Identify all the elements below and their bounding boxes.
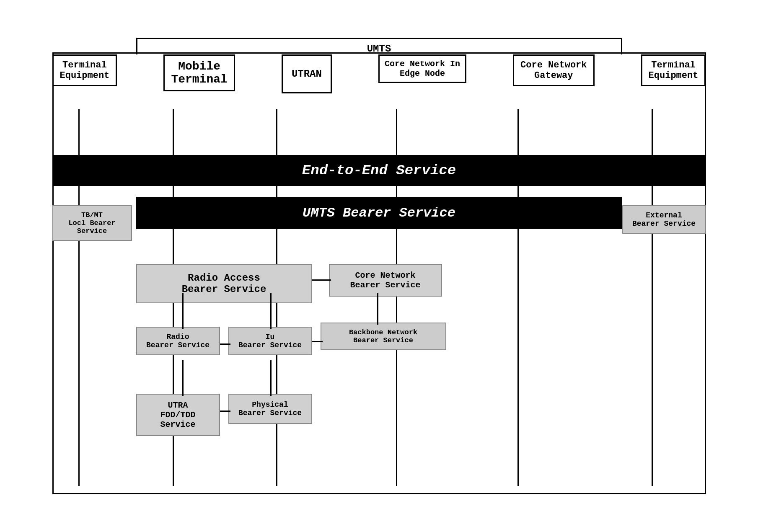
cn-gateway-box: Core NetworkGateway (513, 54, 594, 86)
phys-box: PhysicalBearer Service (228, 394, 312, 424)
top-nodes-row: TerminalEquipment MobileTerminal UTRAN C… (44, 54, 714, 93)
iu-box: IuBearer Service (228, 327, 312, 355)
umts-bracket: UMTS (136, 38, 622, 54)
iu-label: IuBearer Service (238, 333, 302, 349)
vline-cnb-bb (377, 293, 378, 325)
vline-rab-rb (182, 293, 184, 329)
utra-box: UTRAFDD/TDDService (136, 394, 220, 436)
e2e-service-bar: End-to-End Service (52, 155, 706, 186)
hline-utra-phys (220, 411, 230, 412)
hline-rb-iu (220, 343, 230, 345)
hline-rab-cnb (312, 279, 331, 281)
vline-rab-iu (270, 293, 272, 329)
umts-label: UMTS (363, 43, 396, 54)
vline-rb-utra (182, 360, 184, 396)
diagram: UMTS TerminalEquipment MobileTerminal UT… (44, 25, 714, 507)
rb-box: RadioBearer Service (136, 327, 220, 355)
utra-label: UTRAFDD/TDDService (160, 400, 195, 429)
mobile-terminal-box: MobileTerminal (163, 54, 235, 91)
terminal-equipment-right-box: TerminalEquipment (641, 54, 706, 86)
rb-label: RadioBearer Service (146, 333, 210, 349)
bb-box: Backbone NetworkBearer Service (321, 323, 446, 350)
vline-iu-phys (270, 360, 272, 396)
umts-bearer-label: UMTS Bearer Service (303, 205, 455, 221)
rab-label: Radio AccessBearer Service (182, 272, 266, 295)
phys-label: PhysicalBearer Service (238, 400, 302, 417)
cnb-label: Core NetworkBearer Service (350, 271, 420, 290)
e2e-service-label: End-to-End Service (302, 163, 456, 178)
ext-bearer-box: ExternalBearer Service (622, 205, 706, 234)
cnb-box: Core NetworkBearer Service (329, 264, 442, 297)
terminal-equipment-left-box: TerminalEquipment (52, 54, 117, 86)
hline-iu-bb (312, 341, 323, 342)
ext-bearer-label: ExternalBearer Service (632, 211, 696, 228)
cn-edge-box: Core Network InEdge Node (378, 54, 466, 83)
rab-box: Radio AccessBearer Service (136, 264, 312, 303)
utran-box: UTRAN (282, 54, 332, 93)
tb-mt-label: TB/MTLocl BearerService (68, 211, 115, 235)
umts-bearer-bar: UMTS Bearer Service (136, 197, 622, 229)
bb-label: Backbone NetworkBearer Service (349, 328, 417, 344)
tb-mt-box: TB/MTLocl BearerService (52, 205, 132, 241)
